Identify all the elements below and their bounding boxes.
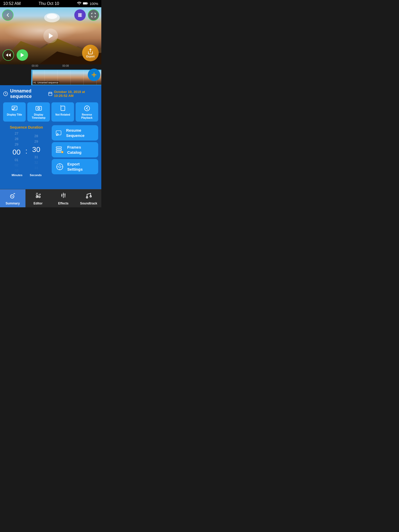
calendar-icon[interactable] — [48, 91, 52, 96]
sec-30: 30 — [32, 144, 40, 155]
timeline-track[interactable]: 00:00 00:08 #1 Unnamed sequence — [31, 64, 101, 85]
video-player: Export — [0, 7, 101, 64]
sequence-title: Unnamed sequence — [10, 88, 48, 99]
display-timestamp-button[interactable]: Display Timestamp — [27, 102, 50, 122]
seconds-picker[interactable]: 28 29 30 31 32 33 — [28, 134, 44, 171]
min-02: 02 — [15, 163, 18, 168]
sec-33: 33 — [34, 165, 38, 171]
min-28: 28 — [15, 136, 18, 142]
summary-tab-label: Summary — [5, 202, 20, 205]
minutes-picker[interactable]: 27 28 29 00 01 02 03 — [9, 131, 24, 174]
duration-title: Sequence Duration — [3, 125, 50, 129]
tab-bar: Summary Editor Effects — [0, 189, 101, 207]
effects-icon — [60, 192, 67, 201]
frame-4 — [71, 70, 84, 85]
svg-line-53 — [36, 194, 38, 197]
play-pause-button[interactable] — [17, 49, 28, 61]
display-title-button[interactable]: Display Title — [3, 102, 26, 122]
tab-summary[interactable]: Summary — [0, 189, 25, 207]
status-time: 10:52 AM — [3, 1, 21, 6]
top-right-controls — [74, 9, 99, 21]
status-date: Thu Oct 10 — [39, 1, 59, 6]
timeline-left-empty — [0, 64, 31, 85]
transport-controls — [3, 49, 28, 61]
not-rotated-button[interactable]: Not Rotated — [51, 102, 74, 122]
timestamp-8: 00:08 — [62, 64, 69, 67]
sec-32: 32 — [34, 160, 38, 165]
svg-point-52 — [39, 196, 40, 198]
display-timestamp-label: Display Timestamp — [29, 113, 48, 119]
min-03: 03 — [15, 168, 18, 174]
summary-icon — [9, 192, 16, 201]
tab-effects[interactable]: Effects — [51, 189, 76, 207]
timeline-timestamps: 00:00 00:08 — [31, 64, 101, 70]
frames-catalog-label: Frames Catalog — [67, 145, 95, 155]
resume-sequence-label: Resume Sequence — [66, 128, 95, 138]
wifi-icon — [77, 2, 81, 6]
reverse-playback-label: Reverse Playback — [77, 113, 97, 119]
tab-soundtrack[interactable]: Soundtrack — [76, 189, 102, 207]
editor-icon — [34, 192, 42, 201]
svg-marker-18 — [9, 54, 11, 57]
sequence-panel: Unnamed sequence October 10, 2019 at 10:… — [0, 85, 101, 189]
tab-editor[interactable]: Editor — [25, 189, 51, 207]
timeline-track-label: #1 Unnamed sequence — [33, 81, 59, 84]
grid-control-button[interactable] — [74, 9, 86, 21]
sec-31: 31 — [34, 155, 38, 160]
export-settings-button[interactable]: Export Settings — [52, 159, 98, 174]
svg-marker-15 — [49, 33, 53, 39]
status-bar: 10:52 AM Thu Oct 10 100% — [0, 0, 101, 7]
minutes-label: Minutes — [9, 174, 25, 177]
snow-cap — [39, 12, 65, 28]
frames-catalog-icon — [55, 145, 64, 155]
picker-labels: Minutes Seconds — [3, 174, 50, 177]
export-settings-label: Export Settings — [67, 162, 95, 172]
sec-29: 29 — [34, 139, 38, 144]
sequence-header: Unnamed sequence October 10, 2019 at 10:… — [3, 88, 98, 99]
battery-percent: 100% — [90, 2, 98, 6]
svg-line-34 — [39, 108, 39, 109]
export-settings-icon — [55, 162, 64, 171]
control-buttons-row: Display Title Display Timestamp Not Rota… — [3, 102, 98, 122]
reverse-playback-button[interactable]: Reverse Playback — [76, 102, 98, 122]
svg-point-8 — [47, 14, 57, 19]
rewind-button[interactable] — [3, 49, 14, 61]
soundtrack-icon — [85, 192, 92, 201]
svg-point-40 — [56, 135, 57, 136]
resume-sequence-button[interactable]: Resume Sequence — [52, 125, 98, 141]
min-29: 29 — [15, 142, 18, 147]
fullscreen-button[interactable] — [88, 9, 99, 21]
soundtrack-tab-label: Soundtrack — [80, 202, 97, 205]
frames-catalog-button[interactable]: Frames Catalog — [52, 142, 98, 157]
svg-point-36 — [84, 106, 90, 111]
svg-rect-43 — [56, 149, 61, 150]
display-title-label: Display Title — [7, 113, 22, 116]
export-button[interactable]: Export — [82, 45, 99, 61]
sequence-date: October 10, 2019 at 10:25:52 AM — [54, 90, 98, 98]
back-button[interactable] — [2, 9, 14, 21]
svg-marker-17 — [6, 54, 8, 57]
svg-point-0 — [79, 4, 79, 5]
svg-rect-44 — [56, 151, 61, 152]
effects-tab-label: Effects — [58, 202, 69, 205]
resume-sequence-icon — [55, 128, 63, 138]
time-separator: : — [25, 147, 28, 157]
timeline: 00:00 00:08 #1 Unnamed sequence — [0, 64, 101, 85]
min-00: 00 — [12, 147, 21, 157]
duration-time-picker[interactable]: 27 28 29 00 01 02 03 : 28 29 30 31 32 33 — [3, 131, 50, 174]
svg-rect-23 — [49, 92, 52, 96]
svg-rect-30 — [12, 109, 14, 110]
svg-rect-2 — [87, 3, 88, 4]
min-01: 01 — [15, 157, 18, 163]
not-rotated-label: Not Rotated — [55, 113, 70, 116]
status-indicators: 100% — [77, 2, 98, 6]
add-clip-button[interactable] — [88, 69, 100, 81]
svg-rect-3 — [83, 3, 87, 4]
svg-point-48 — [57, 164, 63, 170]
timestamp-0: 00:00 — [32, 64, 38, 67]
action-buttons: Resume Sequence Frames Catalog — [52, 125, 98, 177]
svg-rect-42 — [56, 147, 61, 148]
play-button-center[interactable] — [43, 29, 58, 43]
min-27: 27 — [15, 131, 18, 136]
export-button-label: Export — [86, 55, 95, 58]
